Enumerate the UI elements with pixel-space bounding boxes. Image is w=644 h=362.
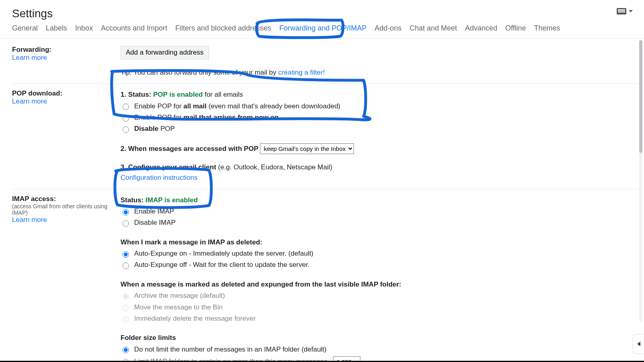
creating-filter-link[interactable]: creating a filter! — [278, 69, 325, 76]
tab-forwarding[interactable]: Forwarding and POP/IMAP — [279, 24, 366, 33]
settings-tabs: General Labels Inbox Accounts and Import… — [0, 24, 644, 39]
tab-accounts[interactable]: Accounts and Import — [101, 24, 167, 33]
imap-expunged-heading: When a message is marked as deleted and … — [121, 279, 639, 290]
forwarding-section: Forwarding: Learn more Add a forwarding … — [12, 40, 639, 84]
imap-folder-nolimit-radio[interactable] — [123, 347, 129, 353]
imap-status-label: Status: — [121, 196, 145, 204]
forwarding-tip-text: Tip: You can also forward only some of y… — [121, 69, 278, 76]
chevron-left-icon — [637, 342, 640, 346]
imap-status-value: IMAP is enabled — [145, 196, 198, 204]
imap-radio-enable[interactable] — [123, 209, 129, 216]
keyboard-icon — [617, 8, 626, 14]
pop-config-instructions-link[interactable]: Configuration instructions — [121, 174, 198, 181]
imap-radio-disable[interactable] — [123, 220, 129, 227]
pop-learn-more-link[interactable]: Learn more — [12, 98, 47, 105]
pop-status-line: 1. Status: POP is enabled for all emails — [121, 89, 639, 100]
imap-learn-more-link[interactable]: Learn more — [12, 216, 47, 224]
imap-subheading: (access Gmail from other clients using I… — [12, 203, 112, 216]
tab-offline[interactable]: Offline — [505, 24, 526, 33]
forwarding-heading: Forwarding: — [12, 46, 112, 54]
imap-heading: IMAP access: — [12, 195, 112, 203]
imap-expunge-on-radio[interactable] — [123, 251, 129, 258]
pop-status-value: POP is enabled — [153, 91, 202, 98]
forwarding-learn-more-link[interactable]: Learn more — [12, 54, 47, 61]
imap-expunge-off-label: Auto-Expunge off - Wait for the client t… — [134, 260, 310, 270]
pop-step3-suffix: (e.g. Outlook, Eudora, Netscape Mail) — [216, 163, 332, 171]
input-tools-button[interactable] — [617, 8, 633, 14]
pop-radio-from-now-on-label: Enable POP for mail that arrives from no… — [134, 112, 279, 123]
tab-advanced[interactable]: Advanced — [465, 24, 497, 33]
pop-status-label: 1. Status: — [121, 91, 153, 98]
pop-action-select[interactable]: keep Gmail's copy in the Inbox — [260, 143, 354, 154]
imap-expunge-off-radio[interactable] — [123, 262, 129, 269]
pop-status-suffix: for all emails — [203, 91, 243, 98]
add-forwarding-address-button[interactable]: Add a forwarding address — [121, 46, 209, 59]
imap-folder-size-heading: Folder size limits — [121, 333, 639, 343]
side-panel-toggle[interactable] — [633, 334, 644, 354]
imap-expunged-archive-radio — [123, 293, 129, 300]
imap-radio-disable-label: Disable IMAP — [134, 218, 176, 228]
pop-radio-all-mail-label: Enable POP for all mail (even mail that'… — [134, 101, 340, 112]
imap-expunged-delete-label: Immediately delete the message forever — [134, 313, 256, 324]
imap-expunged-bin-label: Move the message to the Bin — [134, 302, 223, 313]
pop-step3-label: 3. Configure your email client — [121, 163, 216, 171]
imap-expunged-bin-radio — [123, 305, 129, 311]
scrollbar-thumb[interactable] — [639, 40, 642, 153]
pop-step3: 3. Configure your email client (e.g. Out… — [121, 162, 639, 173]
pop-radio-from-now-on[interactable] — [123, 115, 129, 122]
imap-status-line: Status: IMAP is enabled — [121, 195, 639, 205]
pop-radio-all-mail[interactable] — [123, 104, 129, 110]
pop-radio-disable-label: Disable POP — [134, 124, 175, 134]
page-title: Settings — [0, 0, 644, 24]
pop-step2-label: 2. When messages are accessed with POP — [121, 145, 260, 153]
imap-expunged-delete-radio — [123, 316, 129, 323]
pop-section: POP download: Learn more 1. Status: POP … — [12, 84, 639, 189]
tab-themes[interactable]: Themes — [534, 24, 560, 33]
scrollbar[interactable] — [639, 40, 642, 322]
pop-radio-disable[interactable] — [123, 126, 129, 133]
tab-addons[interactable]: Add-ons — [374, 24, 401, 33]
tab-filters[interactable]: Filters and blocked addresses — [175, 24, 271, 33]
pop-step2: 2. When messages are accessed with POP k… — [121, 143, 639, 154]
imap-section: IMAP access: (access Gmail from other cl… — [12, 189, 639, 362]
imap-radio-enable-label: Enable IMAP — [134, 206, 174, 217]
tab-general[interactable]: General — [12, 24, 38, 33]
forwarding-tip: Tip: You can also forward only some of y… — [121, 67, 639, 78]
imap-delete-heading: When I mark a message in IMAP as deleted… — [121, 237, 639, 248]
imap-expunge-on-label: Auto-Expunge on - Immediately update the… — [134, 248, 313, 259]
tab-inbox[interactable]: Inbox — [75, 24, 93, 33]
chevron-down-icon — [629, 10, 633, 12]
tab-chat[interactable]: Chat and Meet — [410, 24, 457, 33]
imap-expunged-archive-label: Archive the message (default) — [134, 291, 225, 301]
pop-heading: POP download: — [12, 89, 112, 98]
imap-folder-nolimit-label: Do not limit the number of messages in a… — [134, 344, 327, 355]
tab-labels[interactable]: Labels — [46, 24, 67, 33]
